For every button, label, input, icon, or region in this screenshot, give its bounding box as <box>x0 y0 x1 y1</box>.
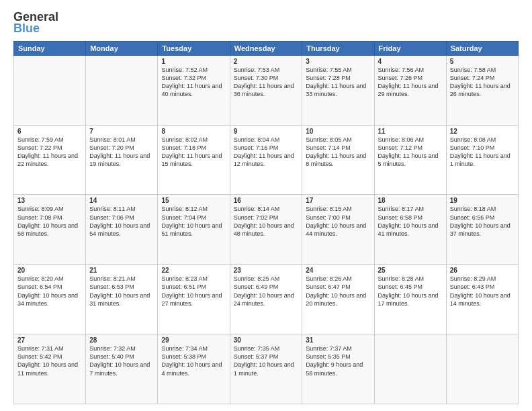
calendar-cell: 9Sunrise: 8:04 AM Sunset: 7:16 PM Daylig… <box>230 125 302 195</box>
calendar-week-1: 1Sunrise: 7:52 AM Sunset: 7:32 PM Daylig… <box>14 55 519 125</box>
day-info: Sunrise: 8:09 AM Sunset: 7:08 PM Dayligh… <box>17 205 82 238</box>
col-header-saturday: Saturday <box>446 41 518 55</box>
day-number: 1 <box>161 58 226 65</box>
calendar-table: SundayMondayTuesdayWednesdayThursdayFrid… <box>13 41 519 404</box>
calendar-cell: 10Sunrise: 8:05 AM Sunset: 7:14 PM Dayli… <box>302 125 374 195</box>
day-info: Sunrise: 8:08 AM Sunset: 7:10 PM Dayligh… <box>450 136 515 169</box>
calendar-cell <box>374 334 446 404</box>
day-number: 27 <box>17 336 82 344</box>
day-number: 21 <box>89 267 154 274</box>
day-info: Sunrise: 7:58 AM Sunset: 7:24 PM Dayligh… <box>450 66 515 99</box>
day-info: Sunrise: 7:34 AM Sunset: 5:38 PM Dayligh… <box>161 345 226 377</box>
day-number: 29 <box>161 336 226 344</box>
calendar-cell: 4Sunrise: 7:56 AM Sunset: 7:26 PM Daylig… <box>374 55 446 125</box>
day-info: Sunrise: 7:31 AM Sunset: 5:42 PM Dayligh… <box>17 345 82 377</box>
calendar-cell: 30Sunrise: 7:35 AM Sunset: 5:37 PM Dayli… <box>230 334 302 404</box>
calendar-cell <box>14 55 86 125</box>
day-number: 25 <box>378 267 443 274</box>
day-number: 14 <box>89 197 154 204</box>
col-header-friday: Friday <box>374 41 446 55</box>
calendar-cell: 2Sunrise: 7:53 AM Sunset: 7:30 PM Daylig… <box>230 55 302 125</box>
day-number: 3 <box>306 58 370 65</box>
day-info: Sunrise: 8:02 AM Sunset: 7:18 PM Dayligh… <box>161 136 226 169</box>
day-number: 7 <box>89 128 154 135</box>
day-number: 30 <box>234 336 299 344</box>
calendar-cell: 24Sunrise: 8:26 AM Sunset: 6:47 PM Dayli… <box>302 265 374 334</box>
day-number: 20 <box>17 267 82 274</box>
calendar-cell: 29Sunrise: 7:34 AM Sunset: 5:38 PM Dayli… <box>158 334 230 404</box>
calendar-cell: 31Sunrise: 7:37 AM Sunset: 5:35 PM Dayli… <box>302 334 374 404</box>
day-info: Sunrise: 8:04 AM Sunset: 7:16 PM Dayligh… <box>234 136 299 169</box>
day-number: 23 <box>234 267 299 274</box>
day-info: Sunrise: 7:35 AM Sunset: 5:37 PM Dayligh… <box>234 345 299 377</box>
day-number: 15 <box>161 197 226 204</box>
day-number: 19 <box>450 197 515 204</box>
calendar-cell: 22Sunrise: 8:23 AM Sunset: 6:51 PM Dayli… <box>158 265 230 334</box>
calendar-cell: 28Sunrise: 7:32 AM Sunset: 5:40 PM Dayli… <box>86 334 158 404</box>
day-number: 31 <box>306 336 370 344</box>
calendar-cell: 19Sunrise: 8:18 AM Sunset: 6:56 PM Dayli… <box>446 195 518 265</box>
day-number: 18 <box>378 197 443 204</box>
calendar-cell: 16Sunrise: 8:14 AM Sunset: 7:02 PM Dayli… <box>230 195 302 265</box>
calendar-week-5: 27Sunrise: 7:31 AM Sunset: 5:42 PM Dayli… <box>14 334 519 404</box>
day-info: Sunrise: 8:21 AM Sunset: 6:53 PM Dayligh… <box>89 275 154 308</box>
calendar-week-4: 20Sunrise: 8:20 AM Sunset: 6:54 PM Dayli… <box>14 265 519 334</box>
day-info: Sunrise: 8:11 AM Sunset: 7:06 PM Dayligh… <box>89 205 154 238</box>
calendar-header-row: SundayMondayTuesdayWednesdayThursdayFrid… <box>14 41 519 55</box>
day-number: 5 <box>450 58 515 65</box>
col-header-tuesday: Tuesday <box>158 41 230 55</box>
calendar-cell: 12Sunrise: 8:08 AM Sunset: 7:10 PM Dayli… <box>446 125 518 195</box>
day-info: Sunrise: 8:15 AM Sunset: 7:00 PM Dayligh… <box>306 205 370 238</box>
day-number: 26 <box>450 267 515 274</box>
logo: General Blue <box>13 11 58 36</box>
day-number: 13 <box>17 197 82 204</box>
calendar-cell: 5Sunrise: 7:58 AM Sunset: 7:24 PM Daylig… <box>446 55 518 125</box>
calendar-cell: 13Sunrise: 8:09 AM Sunset: 7:08 PM Dayli… <box>14 195 86 265</box>
day-info: Sunrise: 8:12 AM Sunset: 7:04 PM Dayligh… <box>161 205 226 238</box>
day-info: Sunrise: 8:29 AM Sunset: 6:43 PM Dayligh… <box>450 275 515 308</box>
calendar-cell: 6Sunrise: 7:59 AM Sunset: 7:22 PM Daylig… <box>14 125 86 195</box>
day-number: 17 <box>306 197 370 204</box>
calendar-cell: 8Sunrise: 8:02 AM Sunset: 7:18 PM Daylig… <box>158 125 230 195</box>
calendar-cell: 3Sunrise: 7:55 AM Sunset: 7:28 PM Daylig… <box>302 55 374 125</box>
day-number: 22 <box>161 267 226 274</box>
day-info: Sunrise: 8:06 AM Sunset: 7:12 PM Dayligh… <box>378 136 443 169</box>
calendar-cell <box>446 334 518 404</box>
calendar-cell: 14Sunrise: 8:11 AM Sunset: 7:06 PM Dayli… <box>86 195 158 265</box>
day-info: Sunrise: 8:05 AM Sunset: 7:14 PM Dayligh… <box>306 136 370 169</box>
calendar-cell: 17Sunrise: 8:15 AM Sunset: 7:00 PM Dayli… <box>302 195 374 265</box>
day-number: 10 <box>306 128 370 135</box>
calendar-cell: 15Sunrise: 8:12 AM Sunset: 7:04 PM Dayli… <box>158 195 230 265</box>
day-info: Sunrise: 8:01 AM Sunset: 7:20 PM Dayligh… <box>89 136 154 169</box>
header: General Blue <box>13 11 519 36</box>
calendar-cell: 27Sunrise: 7:31 AM Sunset: 5:42 PM Dayli… <box>14 334 86 404</box>
col-header-thursday: Thursday <box>302 41 374 55</box>
calendar-cell: 26Sunrise: 8:29 AM Sunset: 6:43 PM Dayli… <box>446 265 518 334</box>
day-info: Sunrise: 7:37 AM Sunset: 5:35 PM Dayligh… <box>306 345 370 377</box>
calendar-cell: 1Sunrise: 7:52 AM Sunset: 7:32 PM Daylig… <box>158 55 230 125</box>
calendar-cell: 25Sunrise: 8:28 AM Sunset: 6:45 PM Dayli… <box>374 265 446 334</box>
day-number: 11 <box>378 128 443 135</box>
day-number: 8 <box>161 128 226 135</box>
day-number: 9 <box>234 128 299 135</box>
day-number: 28 <box>89 336 154 344</box>
day-info: Sunrise: 8:20 AM Sunset: 6:54 PM Dayligh… <box>17 275 82 308</box>
day-info: Sunrise: 7:53 AM Sunset: 7:30 PM Dayligh… <box>234 66 299 99</box>
day-info: Sunrise: 8:17 AM Sunset: 6:58 PM Dayligh… <box>378 205 443 238</box>
day-number: 24 <box>306 267 370 274</box>
calendar-cell: 20Sunrise: 8:20 AM Sunset: 6:54 PM Dayli… <box>14 265 86 334</box>
calendar-cell: 23Sunrise: 8:25 AM Sunset: 6:49 PM Dayli… <box>230 265 302 334</box>
calendar-week-2: 6Sunrise: 7:59 AM Sunset: 7:22 PM Daylig… <box>14 125 519 195</box>
calendar-cell: 21Sunrise: 8:21 AM Sunset: 6:53 PM Dayli… <box>86 265 158 334</box>
calendar-cell: 7Sunrise: 8:01 AM Sunset: 7:20 PM Daylig… <box>86 125 158 195</box>
day-number: 16 <box>234 197 299 204</box>
day-info: Sunrise: 8:28 AM Sunset: 6:45 PM Dayligh… <box>378 275 443 308</box>
col-header-monday: Monday <box>86 41 158 55</box>
day-info: Sunrise: 7:55 AM Sunset: 7:28 PM Dayligh… <box>306 66 370 99</box>
page: General Blue SundayMondayTuesdayWednesda… <box>0 0 532 411</box>
day-info: Sunrise: 8:14 AM Sunset: 7:02 PM Dayligh… <box>234 205 299 238</box>
day-info: Sunrise: 7:59 AM Sunset: 7:22 PM Dayligh… <box>17 136 82 169</box>
day-number: 4 <box>378 58 443 65</box>
calendar-cell <box>86 55 158 125</box>
calendar-week-3: 13Sunrise: 8:09 AM Sunset: 7:08 PM Dayli… <box>14 195 519 265</box>
